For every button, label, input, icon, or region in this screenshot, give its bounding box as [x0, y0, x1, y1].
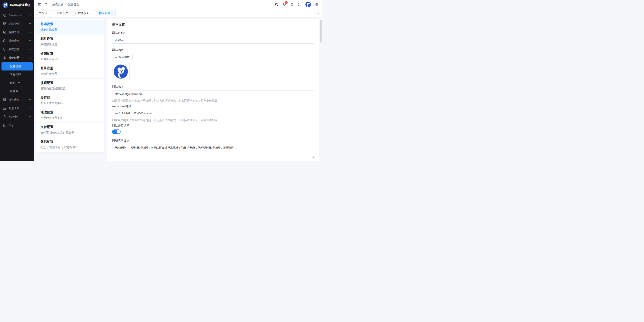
lock-icon[interactable]	[290, 2, 294, 6]
sidebar-item-label: 关于	[8, 123, 31, 127]
site-open-toggle[interactable]	[112, 129, 120, 134]
avatar[interactable]	[306, 2, 311, 7]
sidebar-subitem-blacklist[interactable]: 黑名单	[2, 87, 32, 95]
tabbar: 主控台 × 后台用户 × 在线服务 × 配置管理 ×	[34, 9, 322, 17]
chevron-down-icon	[29, 14, 31, 16]
settings-nav-title: 云存储	[40, 96, 100, 100]
settings-nav-withdraw[interactable]: 提现配置 管理员提现规则配置	[36, 79, 104, 93]
github-icon[interactable]	[275, 2, 278, 6]
sidebar-item-dev-tools[interactable]: 开发工具	[0, 104, 34, 113]
close-icon[interactable]: ×	[48, 12, 50, 14]
close-icon[interactable]: ×	[90, 12, 92, 14]
tab-backend-users[interactable]: 后台用户 ×	[54, 10, 74, 16]
refresh-icon[interactable]: ⟳	[44, 2, 48, 6]
settings-nav-subtitle: 系统常规设置	[40, 28, 100, 32]
settings-nav-title: 微信配置	[40, 140, 100, 144]
site-logo-image[interactable]	[112, 63, 130, 80]
settings-nav-subtitle: 公众号/开放平台/小程序配置等	[40, 145, 100, 149]
content: 基本设置 系统常规设置 邮件设置 系统邮件设置 短信配置 短信验证码平台 登录注…	[34, 17, 322, 161]
settings-nav-title: 地理位置	[40, 110, 100, 114]
globe-icon	[3, 39, 6, 43]
site-domain-help: 如果客户端通过本地或内网访问，则认为是调试模式，走实际请求地址，否则走该配置	[112, 99, 314, 103]
sidebar-item-label: 插件应用	[8, 98, 27, 102]
sidebar-item-label: 系统监控	[8, 47, 27, 51]
sidebar-subitem-scheduled-tasks[interactable]: 定时任务	[2, 79, 32, 87]
site-logo-label: 网站logo	[112, 48, 314, 52]
breadcrumb-item[interactable]: 系统设置	[52, 2, 64, 6]
header: ⟳ 系统设置 / 配置管理 1	[34, 0, 322, 9]
chevron-down-icon	[29, 31, 31, 33]
settings-nav-payment[interactable]: 支付配置 支付宝/微信/QQ支付配置等	[36, 123, 104, 137]
site-domain-label: 网站域名	[112, 85, 314, 89]
settings-nav-login[interactable]: 登录注册 登录注册配置	[36, 64, 104, 79]
websocket-label: websocket地址	[112, 104, 314, 108]
settings-nav-basic[interactable]: 基本设置 系统常规设置	[36, 20, 104, 34]
sidebar-item-plugins[interactable]: 插件应用	[0, 96, 34, 104]
sidebar-item-docs[interactable]: 文档中心	[0, 113, 34, 121]
sidebar-item-system-settings[interactable]: 系统设置	[0, 54, 34, 62]
sidebar-item-label: 文档中心	[8, 115, 27, 119]
dashboard-icon	[3, 14, 6, 17]
site-domain-input[interactable]	[112, 90, 314, 97]
plugin-icon	[3, 98, 6, 102]
menu-fold-icon[interactable]	[38, 2, 41, 6]
main-area: ⟳ 系统设置 / 配置管理 1	[34, 0, 322, 161]
form-title: 基本设置	[112, 22, 314, 27]
app-title: HotGo管理系统	[10, 3, 30, 7]
sidebar-item-organization[interactable]: 组织管理	[0, 19, 34, 28]
settings-nav-card: 基本设置 系统常规设置 邮件设置 系统邮件设置 短信配置 短信验证码平台 登录注…	[36, 19, 104, 152]
websocket-input[interactable]	[112, 110, 314, 117]
notifications[interactable]: 1	[282, 2, 286, 6]
settings-nav-cloud-storage[interactable]: 云存储 配置上传文件驱动	[36, 93, 104, 108]
chevron-down-icon	[29, 116, 31, 118]
sidebar-item-monitoring[interactable]: 系统监控	[0, 45, 34, 54]
close-tip-textarea[interactable]: 网站维护中，暂时无法访问！本网站正在进行系统维护和技术升级，网站暂时无法访问，敬…	[112, 144, 314, 158]
settings-nav-title: 邮件设置	[40, 37, 100, 41]
sidebar-item-permissions[interactable]: 权限管理	[0, 28, 34, 37]
fullscreen-icon[interactable]	[298, 2, 302, 6]
settings-nav-subtitle: 配置上传文件驱动	[40, 101, 100, 105]
sidebar-item-label: Dashboard	[8, 14, 27, 17]
websocket-help: 如果客户端通过本地或内网访问，则认为是调试模式，走实际请求地址，否则走该配置	[112, 118, 314, 122]
sidebar-submenu-system-settings: 配置管理 字典管理 定时任务 黑名单	[0, 62, 34, 95]
app-logo[interactable]: HotGo管理系统	[0, 0, 34, 10]
tab-label: 配置管理	[99, 11, 110, 15]
chevron-down-icon	[317, 12, 320, 14]
site-name-input[interactable]	[112, 37, 314, 44]
site-open-label: 网站开启访问	[112, 124, 314, 128]
sidebar-subitem-label: 字典管理	[10, 71, 21, 78]
sidebar-subitem-config-management[interactable]: 配置管理	[2, 62, 32, 70]
close-icon[interactable]: ×	[70, 12, 72, 14]
sidebar-item-label: 权限管理	[8, 30, 27, 34]
close-tip-label: 网站关闭提示	[112, 138, 314, 142]
settings-gear-icon[interactable]: ⚙	[315, 2, 318, 6]
document-icon	[3, 115, 6, 119]
tab-label: 在线服务	[78, 11, 89, 15]
chevron-up-icon	[29, 57, 31, 59]
breadcrumb-item[interactable]: 配置管理	[68, 2, 79, 6]
settings-nav-geo[interactable]: 地理位置 配置地理位置工具	[36, 108, 104, 123]
sidebar-item-dashboard[interactable]: Dashboard	[0, 11, 34, 19]
sidebar-item-system-apps[interactable]: 系统应用	[0, 37, 34, 45]
sidebar-item-about[interactable]: 关于	[0, 121, 34, 130]
chevron-down-icon	[29, 99, 31, 101]
chevron-down-icon	[29, 40, 31, 42]
settings-nav-wechat[interactable]: 微信配置 公众号/开放平台/小程序配置等	[36, 137, 104, 152]
tab-options-button[interactable]	[314, 9, 322, 17]
sidebar-subitem-label: 黑名单	[10, 88, 18, 95]
close-icon[interactable]: ×	[112, 12, 113, 14]
settings-nav-sms[interactable]: 短信配置 短信验证码平台	[36, 49, 104, 64]
tab-online-service[interactable]: 在线服务 ×	[76, 10, 95, 16]
sidebar-subitem-dictionary[interactable]: 字典管理	[2, 71, 32, 79]
settings-nav-subtitle: 配置地理位置工具	[40, 116, 100, 120]
choose-image-button[interactable]: + 选择图片	[112, 54, 132, 60]
tab-dashboard[interactable]: 主控台 ×	[36, 10, 53, 16]
site-name-label: 网站名称 *	[112, 31, 314, 35]
settings-nav-subtitle: 短信验证码平台	[40, 57, 100, 61]
required-mark: *	[124, 31, 125, 35]
monitor-icon	[3, 48, 6, 51]
tab-config-management[interactable]: 配置管理 ×	[96, 10, 116, 16]
settings-nav-subtitle: 管理员提现规则配置	[40, 87, 100, 90]
scrollbar[interactable]	[320, 19, 322, 43]
settings-nav-email[interactable]: 邮件设置 系统邮件设置	[36, 34, 104, 49]
